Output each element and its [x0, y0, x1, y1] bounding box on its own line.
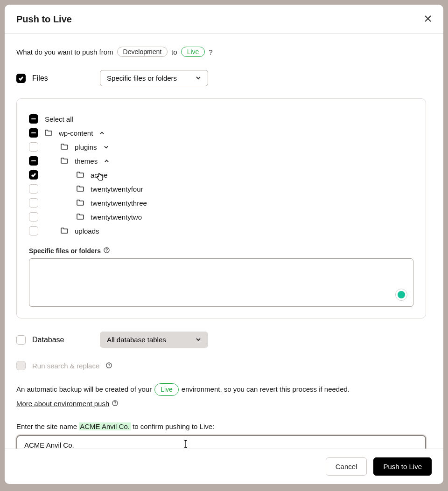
push-to-live-modal: Push to Live What do you want to push fr… [5, 5, 443, 484]
plugins-label: plugins [75, 143, 97, 151]
chevron-down-icon[interactable] [104, 143, 109, 151]
uploads-label: uploads [75, 227, 99, 235]
database-label: Database [32, 336, 64, 344]
question-suffix: ? [209, 48, 212, 56]
plugins-checkbox[interactable] [29, 142, 38, 152]
tt4-checkbox[interactable] [29, 184, 38, 194]
tree-node-tt2[interactable]: twentytwentytwo [29, 210, 413, 224]
select-all-label: Select all [45, 115, 73, 123]
tree-node-wp-content[interactable]: wp-content [29, 126, 413, 140]
wp-content-label: wp-content [59, 129, 93, 137]
tree-select-all[interactable]: Select all [29, 112, 413, 126]
modal-body: What do you want to push from Developmen… [5, 34, 443, 449]
acme-label: acme [91, 171, 108, 179]
chevron-up-icon[interactable] [104, 157, 109, 165]
more-about-push-link[interactable]: More about environment push [16, 399, 109, 409]
close-icon[interactable] [424, 15, 432, 24]
acme-checkbox[interactable] [29, 170, 38, 180]
themes-label: themes [75, 157, 98, 165]
files-checkbox[interactable] [16, 74, 26, 83]
tree-node-tt3[interactable]: twentytwentythree [29, 196, 413, 210]
themes-checkbox[interactable] [29, 156, 38, 166]
spec-files-textarea-wrap [29, 258, 413, 307]
help-icon[interactable] [104, 247, 110, 255]
tree-node-themes[interactable]: themes [29, 154, 413, 168]
from-env-tag: Development [117, 47, 168, 57]
files-label: Files [32, 74, 48, 83]
folder-icon [61, 227, 68, 235]
confirm-label: Enter the site name ACME Anvil Co. to co… [16, 422, 426, 430]
files-select[interactable]: Specific files or folders [100, 70, 208, 86]
chevron-up-icon[interactable] [99, 129, 105, 137]
tree-node-uploads[interactable]: uploads [29, 224, 413, 238]
tt2-label: twentytwentytwo [91, 213, 142, 221]
push-to-live-button[interactable]: Push to Live [373, 457, 432, 476]
tt4-label: twentytwentyfour [91, 185, 143, 193]
backup-info: An automatic backup will be created of y… [16, 383, 426, 409]
question-prefix: What do you want to push from [16, 48, 113, 56]
grammarly-icon[interactable] [395, 289, 407, 301]
folder-icon [77, 213, 84, 221]
tree-node-acme[interactable]: acme [29, 168, 413, 182]
confirm-sitename-hl: ACME Anvil Co. [79, 422, 131, 430]
folder-icon [77, 171, 84, 179]
folder-icon [77, 199, 84, 207]
cancel-button[interactable]: Cancel [326, 457, 367, 476]
backup-prefix: An automatic backup will be created of y… [16, 384, 152, 395]
modal-footer: Cancel Push to Live [5, 449, 443, 484]
confirm-prefix: Enter the site name [16, 422, 77, 430]
uploads-checkbox[interactable] [29, 226, 38, 235]
search-replace-checkbox [16, 361, 26, 370]
text-cursor-icon [182, 440, 189, 449]
confirm-input[interactable] [18, 436, 425, 449]
select-all-checkbox[interactable] [29, 114, 38, 124]
tt3-label: twentytwentythree [91, 199, 147, 207]
files-section: Files Specific files or folders [16, 70, 426, 86]
push-question: What do you want to push from Developmen… [16, 47, 426, 57]
modal-title: Push to Live [16, 14, 72, 25]
database-select: All database tables [100, 332, 208, 348]
folder-icon [61, 143, 68, 151]
tree-node-tt4[interactable]: twentytwentyfour [29, 182, 413, 196]
files-select-value: Specific files or folders [107, 74, 177, 82]
to-env-tag: Live [181, 47, 205, 57]
database-section: Database All database tables [16, 332, 426, 348]
help-icon[interactable] [106, 362, 112, 370]
folder-icon [61, 157, 68, 165]
tt3-checkbox[interactable] [29, 198, 38, 207]
database-select-value: All database tables [107, 336, 166, 344]
spec-files-label: Specific files or folders [29, 247, 413, 255]
tree-node-plugins[interactable]: plugins [29, 140, 413, 154]
file-tree-box: Select all wp-content plugins themes [16, 98, 426, 318]
folder-icon [77, 185, 84, 193]
question-mid: to [171, 48, 177, 56]
tt2-checkbox[interactable] [29, 212, 38, 221]
confirm-input-wrap [16, 435, 426, 449]
spec-files-textarea[interactable] [29, 259, 413, 306]
help-icon[interactable] [112, 399, 118, 409]
search-replace-section: Run search & replace [16, 361, 426, 370]
chevron-down-icon [196, 74, 201, 82]
confirm-suffix: to confirm pushing to Live: [133, 422, 214, 430]
wp-content-checkbox[interactable] [29, 128, 38, 138]
database-checkbox[interactable] [16, 335, 26, 345]
chevron-down-icon [196, 336, 201, 344]
backup-suffix: environment, so you can revert this proc… [182, 384, 350, 395]
search-replace-label: Run search & replace [32, 362, 99, 370]
modal-header: Push to Live [5, 5, 443, 34]
backup-env-tag: Live [154, 383, 179, 396]
folder-icon [45, 129, 52, 137]
